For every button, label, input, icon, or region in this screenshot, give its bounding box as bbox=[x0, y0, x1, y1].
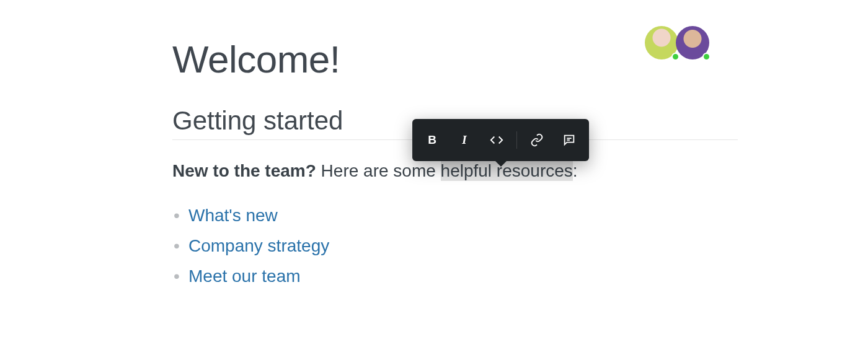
list-item: Meet our team bbox=[188, 261, 738, 291]
code-icon bbox=[490, 133, 503, 147]
intro-text-before: Here are some bbox=[316, 161, 441, 180]
italic-button[interactable]: I bbox=[450, 128, 479, 152]
formatting-toolbar: B I bbox=[412, 119, 589, 161]
resource-link[interactable]: Company strategy bbox=[188, 236, 329, 255]
toolbar-separator bbox=[516, 131, 517, 149]
intro-bold: New to the team? bbox=[172, 161, 316, 180]
list-item: Company strategy bbox=[188, 231, 738, 261]
comment-button[interactable] bbox=[554, 128, 584, 152]
resource-link[interactable]: What's new bbox=[188, 206, 278, 225]
bold-button[interactable]: B bbox=[417, 128, 447, 152]
page-title[interactable]: Welcome! bbox=[172, 37, 738, 81]
link-icon bbox=[530, 133, 544, 147]
document-body[interactable]: Welcome! Getting started New to the team… bbox=[172, 37, 738, 291]
resource-link[interactable]: Meet our team bbox=[188, 266, 301, 286]
intro-paragraph[interactable]: New to the team? Here are some helpful r… bbox=[172, 159, 738, 183]
comment-icon bbox=[562, 133, 576, 147]
link-button[interactable] bbox=[522, 128, 552, 152]
list-item: What's new bbox=[188, 200, 738, 231]
code-button[interactable] bbox=[482, 128, 512, 152]
intro-text-after: : bbox=[573, 161, 578, 180]
resource-list: What's new Company strategy Meet our tea… bbox=[172, 200, 738, 291]
selected-text[interactable]: helpful resources bbox=[441, 160, 573, 181]
